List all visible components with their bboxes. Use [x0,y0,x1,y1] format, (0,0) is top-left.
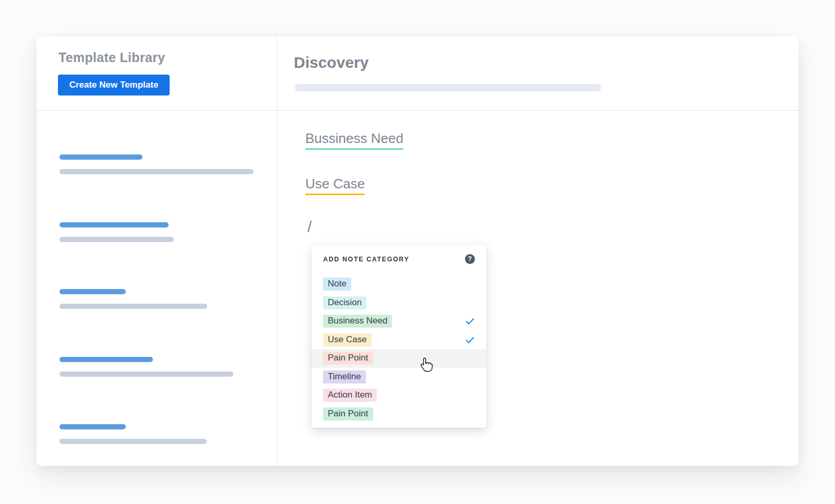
template-editor-window: Template Library Create New Template [37,37,798,466]
category-option[interactable]: Action Item [312,386,486,405]
help-icon[interactable]: ? [465,254,475,264]
category-badge: Action Item [323,389,377,402]
skeleton-title-bar [59,154,142,160]
category-badge: Note [323,278,351,291]
template-library-sidebar: Template Library Create New Template [37,37,277,466]
skeleton-subtitle-bar [59,371,233,377]
category-badge: Timeline [323,370,366,383]
category-option[interactable]: Note [312,275,486,294]
slash-command-text: / [307,218,312,236]
template-list-item-placeholder[interactable] [59,154,268,175]
add-note-category-menu: ADD NOTE CATEGORY ? Note Decision [312,245,486,428]
dropdown-header: ADD NOTE CATEGORY ? [312,245,486,270]
category-option[interactable]: Pain Point [312,405,486,424]
skeleton-subtitle-bar [59,439,207,444]
skeleton-title-bar [59,357,153,362]
skeleton-subtitle-bar [59,304,207,309]
dropdown-title: ADD NOTE CATEGORY [323,256,409,263]
category-option[interactable]: Use Case [312,331,486,350]
skeleton-title-bar [59,424,126,429]
page-title: Discovery [294,54,368,71]
skeleton-subtitle-bar [59,237,174,242]
category-option[interactable]: Business Need [312,312,486,331]
section-heading-use-case[interactable]: Use Case [305,176,365,195]
category-badge: Use Case [323,333,372,346]
category-badge: Business Need [323,315,392,328]
category-badge: Pain Point [323,352,373,365]
category-badge: Pain Point [323,407,373,421]
check-icon [465,335,475,345]
template-list-item-placeholder[interactable] [59,289,268,310]
category-badge: Decision [323,296,366,309]
cursor-pointer-icon [420,357,434,373]
category-option[interactable]: Pain Point [312,349,486,368]
skeleton-subtitle-bar [59,169,254,174]
title-placeholder-bar [295,84,601,91]
category-option[interactable]: Decision [312,294,486,313]
template-list-item-placeholder[interactable] [59,222,268,243]
header-divider [37,110,798,111]
category-option-list: Note Decision Business Need [312,270,486,423]
template-list-item-placeholder[interactable] [59,357,268,378]
skeleton-title-bar [59,289,126,294]
skeleton-title-bar [59,222,169,227]
check-icon [465,316,475,326]
category-option[interactable]: Timeline [312,368,486,387]
template-list [37,37,277,466]
template-list-item-placeholder[interactable] [59,424,268,445]
section-heading-business-need[interactable]: Bussiness Need [305,130,403,150]
